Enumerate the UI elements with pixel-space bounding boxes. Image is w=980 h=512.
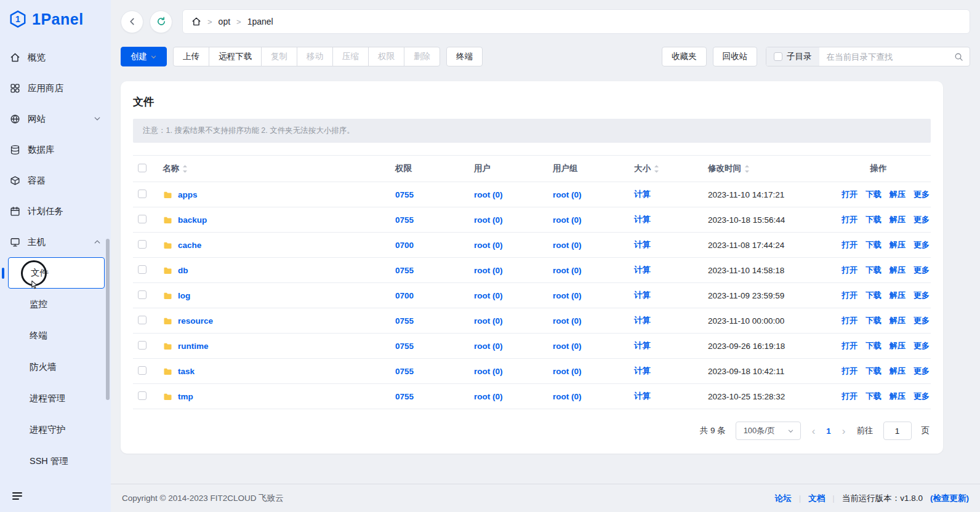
row-checkbox[interactable]	[138, 341, 147, 350]
row-checkbox[interactable]	[138, 190, 147, 198]
row-checkbox[interactable]	[138, 366, 147, 375]
docs-link[interactable]: 文档	[808, 493, 825, 504]
row-action-open[interactable]: 打开	[841, 240, 857, 249]
row-action-more[interactable]: 更多	[914, 341, 930, 350]
forum-link[interactable]: 论坛	[775, 493, 792, 504]
sidebar-item-website[interactable]: 网站	[0, 103, 111, 134]
file-user-link[interactable]: root (0)	[474, 241, 503, 250]
row-action-unzip[interactable]: 解压	[890, 341, 906, 350]
calculate-size-link[interactable]: 计算	[634, 265, 651, 274]
row-action-download[interactable]: 下载	[866, 190, 882, 199]
sidebar-item-overview[interactable]: 概览	[0, 42, 111, 73]
favorites-button[interactable]: 收藏夹	[662, 47, 707, 66]
file-name-link[interactable]: tmp	[178, 392, 193, 401]
back-button[interactable]	[121, 10, 143, 33]
file-mode-link[interactable]: 0755	[395, 190, 414, 199]
row-action-more[interactable]: 更多	[914, 316, 930, 325]
row-action-more[interactable]: 更多	[914, 240, 930, 249]
sidebar-subitem-0[interactable]: 文件	[8, 257, 105, 289]
calculate-size-link[interactable]: 计算	[634, 215, 651, 224]
file-mode-link[interactable]: 0755	[395, 215, 414, 225]
row-action-download[interactable]: 下载	[866, 341, 882, 350]
page-size-select[interactable]: 100条/页	[736, 422, 801, 440]
row-action-download[interactable]: 下载	[866, 215, 882, 224]
refresh-button[interactable]	[150, 10, 172, 33]
sidebar-subitem-4[interactable]: 进程管理	[0, 383, 111, 414]
subdir-checkbox[interactable]	[774, 52, 782, 61]
row-action-download[interactable]: 下载	[866, 366, 882, 375]
sort-icon[interactable]	[182, 164, 188, 174]
calculate-size-link[interactable]: 计算	[634, 290, 651, 300]
sidebar-subitem-2[interactable]: 终端	[0, 320, 111, 351]
row-action-download[interactable]: 下载	[866, 290, 882, 300]
sidebar-item-host[interactable]: 主机	[0, 226, 111, 257]
file-mode-link[interactable]: 0755	[395, 392, 414, 401]
row-action-more[interactable]: 更多	[914, 290, 930, 300]
file-group-link[interactable]: root (0)	[553, 215, 582, 225]
prev-page-button[interactable]: ‹	[811, 426, 817, 436]
breadcrumb-item-opt[interactable]: opt	[219, 17, 230, 26]
home-icon[interactable]	[191, 17, 201, 26]
current-page[interactable]: 1	[826, 426, 831, 436]
file-user-link[interactable]: root (0)	[474, 342, 503, 351]
calculate-size-link[interactable]: 计算	[634, 190, 651, 199]
row-action-open[interactable]: 打开	[841, 290, 857, 300]
row-action-more[interactable]: 更多	[914, 366, 930, 375]
logo[interactable]: 1 1Panel	[0, 0, 111, 38]
calculate-size-link[interactable]: 计算	[634, 240, 651, 249]
file-name-link[interactable]: runtime	[178, 342, 209, 351]
toolbar-button-0[interactable]: 上传	[173, 47, 209, 66]
file-user-link[interactable]: root (0)	[474, 190, 503, 199]
sidebar-item-container[interactable]: 容器	[0, 165, 111, 196]
row-action-open[interactable]: 打开	[841, 265, 857, 274]
row-action-open[interactable]: 打开	[841, 215, 857, 224]
file-group-link[interactable]: root (0)	[553, 367, 582, 376]
row-action-unzip[interactable]: 解压	[890, 240, 906, 249]
recycle-bin-button[interactable]: 回收站	[713, 47, 758, 66]
row-action-more[interactable]: 更多	[914, 190, 930, 199]
row-action-unzip[interactable]: 解压	[890, 265, 906, 274]
file-mode-link[interactable]: 0755	[395, 316, 414, 326]
subdir-toggle[interactable]: 子目录	[766, 47, 819, 66]
file-user-link[interactable]: root (0)	[474, 392, 503, 401]
goto-page-input[interactable]	[883, 422, 912, 440]
row-action-unzip[interactable]: 解压	[890, 215, 906, 224]
file-group-link[interactable]: root (0)	[553, 316, 582, 326]
row-checkbox[interactable]	[138, 290, 147, 299]
row-action-unzip[interactable]: 解压	[890, 366, 906, 375]
sidebar-item-database[interactable]: 数据库	[0, 134, 111, 165]
row-action-open[interactable]: 打开	[841, 316, 857, 325]
file-group-link[interactable]: root (0)	[553, 266, 582, 275]
file-group-link[interactable]: root (0)	[553, 342, 582, 351]
row-checkbox[interactable]	[138, 391, 147, 400]
row-checkbox[interactable]	[138, 240, 147, 249]
sort-icon[interactable]	[744, 164, 750, 174]
row-checkbox[interactable]	[138, 265, 147, 274]
row-action-open[interactable]: 打开	[841, 391, 857, 401]
row-action-unzip[interactable]: 解压	[890, 190, 906, 199]
terminal-button[interactable]: 终端	[446, 47, 483, 66]
row-action-unzip[interactable]: 解压	[890, 391, 906, 401]
file-name-link[interactable]: cache	[178, 241, 201, 250]
file-user-link[interactable]: root (0)	[474, 266, 503, 275]
file-user-link[interactable]: root (0)	[474, 316, 503, 326]
file-name-link[interactable]: resource	[178, 316, 213, 326]
file-mode-link[interactable]: 0755	[395, 342, 414, 351]
breadcrumb-item-1panel[interactable]: 1panel	[247, 17, 273, 26]
row-action-download[interactable]: 下载	[866, 391, 882, 401]
row-action-more[interactable]: 更多	[914, 391, 930, 401]
row-action-open[interactable]: 打开	[841, 341, 857, 350]
file-mode-link[interactable]: 0700	[395, 241, 414, 250]
row-action-unzip[interactable]: 解压	[890, 290, 906, 300]
file-group-link[interactable]: root (0)	[553, 392, 582, 401]
sidebar-item-cronjob[interactable]: 计划任务	[0, 196, 111, 226]
calculate-size-link[interactable]: 计算	[634, 366, 651, 375]
row-action-open[interactable]: 打开	[841, 190, 857, 199]
calculate-size-link[interactable]: 计算	[634, 391, 651, 401]
sidebar-subitem-3[interactable]: 防火墙	[0, 351, 111, 383]
row-checkbox[interactable]	[138, 316, 147, 324]
sidebar-scrollbar[interactable]	[106, 239, 110, 400]
row-action-open[interactable]: 打开	[841, 366, 857, 375]
file-user-link[interactable]: root (0)	[474, 215, 503, 225]
file-mode-link[interactable]: 0700	[395, 291, 414, 300]
